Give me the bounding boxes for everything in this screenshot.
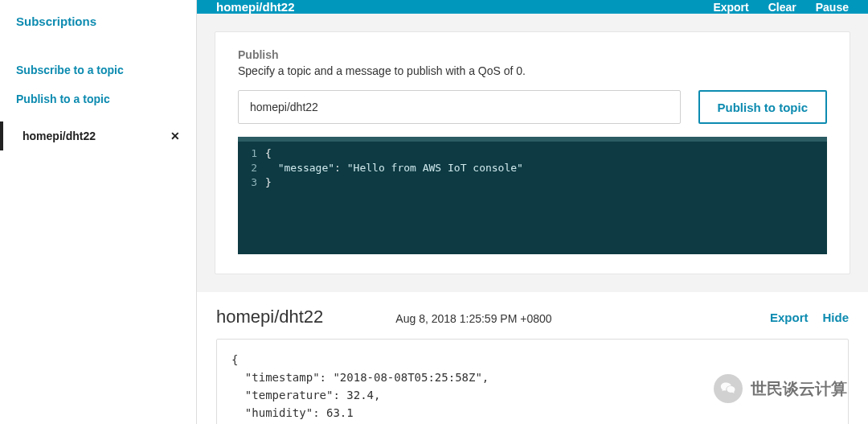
sidebar-item-label: homepi/dht22 (23, 130, 96, 142)
message-head: homepi/dht22 Aug 8, 2018 1:25:59 PM +080… (216, 307, 849, 327)
publish-subtext: Specify a topic and a message to publish… (238, 64, 827, 77)
clear-button[interactable]: Clear (768, 1, 796, 14)
publish-panel: Publish Specify a topic and a message to… (215, 31, 850, 274)
sidebar: Subscriptions Subscribe to a topic Publi… (0, 0, 197, 424)
close-icon[interactable]: ✕ (170, 130, 180, 142)
editor-gutter: 1 2 3 (238, 146, 265, 190)
code-brace: } (265, 176, 272, 188)
payload-editor[interactable]: 1 2 3 { "message": "Hello from AWS IoT c… (238, 137, 827, 254)
code-sep: : (334, 162, 347, 174)
app-root: Subscriptions Subscribe to a topic Publi… (0, 0, 868, 424)
code-brace: { (265, 147, 272, 159)
message-export-button[interactable]: Export (770, 311, 809, 324)
gutter-line: 1 (238, 146, 257, 161)
code-string: "Hello from AWS IoT console" (347, 162, 523, 174)
code-key: "message" (278, 162, 334, 174)
main: homepi/dht22 Export Clear Pause Publish … (197, 0, 868, 424)
message-payload: { "timestamp": "2018-08-08T05:25:58Z", "… (216, 339, 849, 424)
topbar-title: homepi/dht22 (216, 0, 295, 14)
export-button[interactable]: Export (713, 1, 748, 14)
subscribe-link[interactable]: Subscribe to a topic (0, 56, 196, 84)
gutter-line: 3 (238, 175, 257, 190)
message-timestamp: Aug 8, 2018 1:25:59 PM +0800 (395, 312, 551, 325)
gutter-line: 2 (238, 161, 257, 175)
sidebar-item-topic[interactable]: homepi/dht22 ✕ (0, 121, 196, 150)
editor-lines: 1 2 3 { "message": "Hello from AWS IoT c… (238, 142, 827, 254)
message-head-left: homepi/dht22 Aug 8, 2018 1:25:59 PM +080… (216, 307, 552, 327)
message-hide-button[interactable]: Hide (822, 311, 849, 324)
topbar-actions: Export Clear Pause (713, 1, 849, 14)
message-card: homepi/dht22 Aug 8, 2018 1:25:59 PM +080… (197, 292, 868, 424)
message-topic: homepi/dht22 (216, 307, 323, 327)
sidebar-title: Subscriptions (0, 0, 196, 43)
publish-heading: Publish (238, 48, 827, 61)
message-actions: Export Hide (770, 311, 849, 324)
publish-row: Publish to topic (238, 90, 827, 124)
publish-button[interactable]: Publish to topic (698, 90, 828, 124)
pause-button[interactable]: Pause (816, 1, 849, 14)
editor-code[interactable]: { "message": "Hello from AWS IoT console… (265, 146, 827, 190)
publish-link[interactable]: Publish to a topic (0, 84, 196, 113)
sidebar-body: Subscribe to a topic Publish to a topic … (0, 43, 196, 150)
topic-input[interactable] (238, 90, 681, 124)
topbar: homepi/dht22 Export Clear Pause (197, 0, 868, 14)
